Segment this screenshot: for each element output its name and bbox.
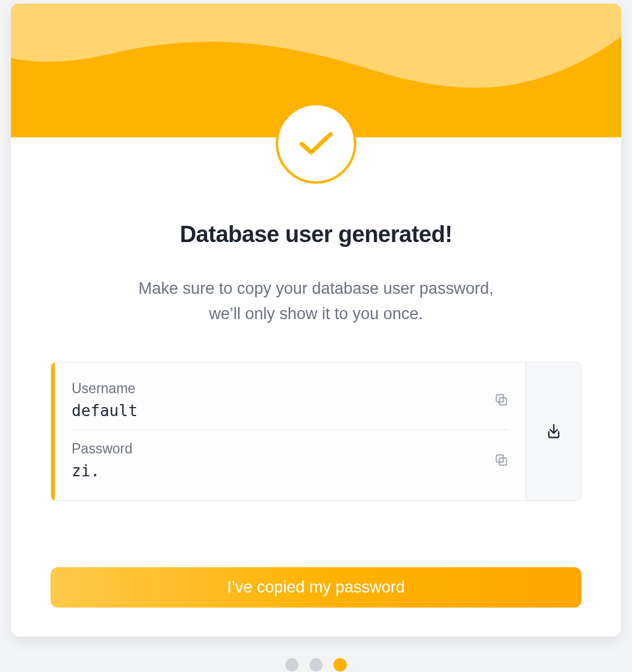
- pagination-dots: [0, 658, 632, 672]
- copy-username-icon[interactable]: [494, 393, 509, 407]
- onboarding-card: Database user generated! Make sure to co…: [11, 4, 621, 636]
- password-texts: Password zi.: [72, 441, 494, 480]
- header-wave: [11, 4, 621, 137]
- password-value: zi.: [72, 462, 494, 480]
- username-value: default: [72, 402, 494, 420]
- page-title: Database user generated!: [11, 222, 621, 247]
- success-check-circle: [276, 103, 356, 184]
- subtitle-line-1: Make sure to copy your database user pas…: [138, 279, 494, 297]
- username-label: Username: [72, 381, 494, 397]
- password-row: Password zi.: [72, 429, 509, 487]
- pagination-dot-2[interactable]: [309, 658, 323, 671]
- download-icon[interactable]: [545, 423, 562, 440]
- pagination-dot-3[interactable]: [333, 658, 347, 671]
- download-column: [525, 362, 581, 500]
- username-row: Username default: [72, 376, 509, 427]
- page-subtitle: Make sure to copy your database user pas…: [11, 276, 621, 327]
- confirm-copied-button[interactable]: I’ve copied my password: [51, 567, 581, 608]
- credentials-fields: Username default Password zi.: [55, 362, 525, 500]
- username-texts: Username default: [72, 381, 494, 420]
- subtitle-line-2: we’ll only show it to you once.: [209, 305, 423, 323]
- pagination-dot-1[interactable]: [285, 658, 299, 671]
- check-icon: [299, 131, 333, 156]
- password-label: Password: [72, 441, 494, 457]
- credentials-panel: Username default Password zi.: [51, 362, 581, 501]
- content-area: Database user generated! Make sure to co…: [11, 137, 621, 636]
- copy-password-icon[interactable]: [494, 453, 509, 467]
